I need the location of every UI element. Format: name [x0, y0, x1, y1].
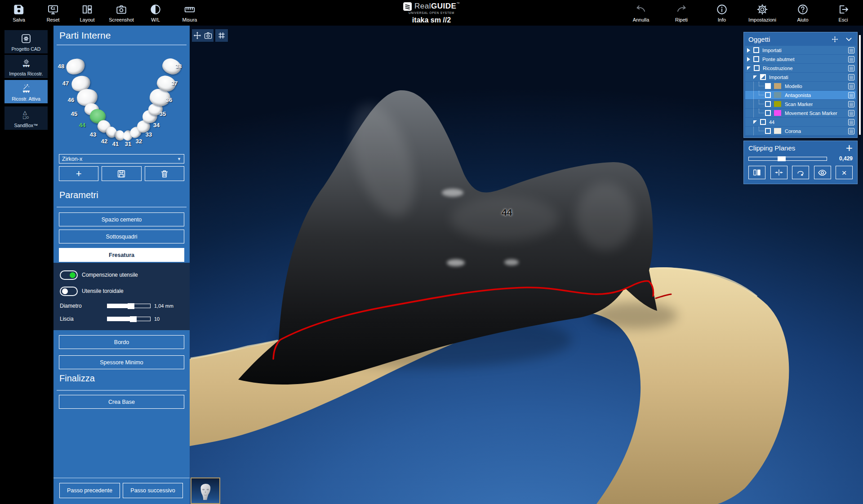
row-menu-icon[interactable] — [848, 101, 854, 107]
row-menu-icon[interactable] — [848, 83, 854, 89]
param-spazio-cemento-button[interactable]: Spazio cemento — [59, 212, 184, 226]
row-menu-icon[interactable] — [848, 47, 854, 53]
tree-row-importati[interactable]: Importati — [745, 73, 856, 81]
visibility-checkbox-filled[interactable] — [765, 83, 771, 89]
toggle-visibility-button[interactable] — [814, 166, 831, 179]
add-clipping-plane-button[interactable]: + — [846, 143, 853, 152]
delete-material-button[interactable] — [145, 166, 184, 181]
add-button[interactable]: + — [59, 166, 98, 181]
toolbar-wl-button[interactable]: W/L — [140, 0, 171, 26]
row-menu-icon[interactable] — [848, 74, 854, 80]
parti-interne-panel: Parti Interne 48474645444342413132333435… — [53, 26, 190, 504]
toggle-off[interactable] — [60, 287, 78, 296]
visibility-checkbox-empty[interactable] — [765, 128, 771, 134]
collapse-center-button[interactable] — [770, 166, 787, 179]
objects-scrollbar[interactable] — [859, 35, 861, 135]
row-menu-icon[interactable] — [848, 128, 854, 134]
visibility-checkbox-empty[interactable] — [753, 56, 759, 62]
color-swatch[interactable] — [774, 101, 781, 107]
tree-row-antagonista[interactable]: Antagonista — [745, 91, 856, 99]
slider-thumb[interactable] — [130, 316, 137, 322]
visibility-checkbox-empty[interactable] — [754, 65, 760, 71]
color-swatch[interactable] — [774, 83, 781, 89]
toolbar-misura-button[interactable]: Misura — [174, 0, 205, 26]
param-sottosquadri-button[interactable]: Sottosquadri — [59, 230, 184, 243]
visibility-checkbox-empty[interactable] — [753, 47, 759, 53]
tree-row-importati[interactable]: Importati — [745, 46, 856, 54]
toolbar-esci-button[interactable]: Esci — [828, 0, 859, 26]
collapse-arrow-icon[interactable] — [747, 66, 751, 70]
visibility-checkbox-empty[interactable] — [765, 101, 771, 107]
toolbar-screenshot-button[interactable]: Screenshot — [106, 0, 137, 26]
row-menu-icon[interactable] — [848, 65, 854, 71]
toolbar-layout-button[interactable]: Layout — [72, 0, 102, 26]
material-select[interactable]: Zirkon-x ▼ — [59, 154, 184, 164]
color-swatch[interactable] — [774, 92, 781, 98]
toolbar-aiuto-button[interactable]: Aiuto — [787, 0, 818, 26]
toolbar-salva-button[interactable]: Salva — [4, 0, 34, 26]
row-menu-icon[interactable] — [848, 56, 854, 62]
visibility-checkbox-empty[interactable] — [760, 119, 766, 125]
toolbar-ripeti-button[interactable]: Ripeti — [666, 0, 697, 26]
color-swatch[interactable] — [774, 110, 781, 116]
expand-arrow-icon[interactable] — [747, 48, 750, 53]
tooth-number: 48 — [58, 63, 64, 70]
row-menu-icon[interactable] — [848, 119, 854, 125]
sidebar-item-sandbox[interactable]: △□○SandBox™ — [4, 106, 48, 130]
sidebar-item-ricostr-attiva[interactable]: ♥♥♥Ricostr. Attiva — [4, 80, 48, 103]
param-fresatura-button[interactable]: Fresatura — [59, 248, 184, 262]
slider-thumb[interactable] — [128, 303, 134, 309]
sidebar-item-imposta-ricostr[interactable]: ♥♥♥Imposta Ricostr. — [4, 55, 48, 78]
row-menu-icon[interactable] — [848, 92, 854, 98]
next-step-button[interactable]: Passo successivo — [123, 483, 183, 498]
collapse-arrow-icon[interactable] — [753, 120, 757, 124]
sidebar-item-progetto-cad[interactable]: Progetto CAD — [4, 30, 48, 53]
info-icon — [716, 3, 728, 16]
tree-row-modello[interactable]: Modello — [745, 82, 856, 90]
clipping-slider-thumb[interactable] — [778, 156, 786, 161]
tree-row-ponte-abutmet[interactable]: Ponte abutmet — [745, 55, 856, 63]
save-material-button[interactable] — [102, 166, 141, 181]
finalizza-heading: Finalizza — [53, 373, 95, 384]
move-panel-icon[interactable] — [831, 35, 839, 43]
toggle-label: Compenszione utensile — [82, 272, 138, 278]
expand-arrow-icon[interactable] — [747, 57, 750, 62]
tooth-48[interactable] — [64, 56, 87, 77]
previous-step-button[interactable]: Passo precedente — [59, 483, 120, 498]
slider-row: Liscia10 — [60, 314, 183, 324]
tree-row-corona[interactable]: Corona — [745, 127, 856, 135]
collapse-arrow-icon[interactable] — [753, 75, 757, 79]
toolbar-annulla-button[interactable]: Annulla — [626, 0, 656, 26]
divider — [57, 390, 187, 391]
plus-icon: + — [76, 169, 82, 179]
tree-row-ricostruzione[interactable]: Ricostruzione — [745, 64, 856, 72]
row-menu-icon[interactable] — [848, 110, 854, 116]
clipping-slider[interactable] — [748, 157, 827, 161]
tree-row-movement-scan-marker[interactable]: Movement Scan Marker — [745, 109, 856, 117]
diametro-slider[interactable] — [107, 304, 151, 308]
final-crea-base-button[interactable]: Crea Base — [59, 395, 184, 409]
grid-toggle[interactable] — [215, 29, 228, 42]
camera-icon[interactable] — [204, 31, 213, 40]
param-bordo-button[interactable]: Bordo — [59, 335, 184, 349]
liscia-slider[interactable] — [107, 317, 151, 321]
split-view-button[interactable] — [748, 166, 765, 179]
visibility-checkbox-empty[interactable] — [765, 92, 771, 98]
orientation-face-widget[interactable] — [191, 477, 220, 504]
tree-row-44[interactable]: 44 — [745, 118, 856, 126]
close-clipping-button[interactable]: × — [836, 166, 853, 179]
help-icon — [797, 3, 809, 16]
param-spessore-minimo-button[interactable]: Spessore Minimo — [59, 355, 184, 369]
tree-row-scan-marker[interactable]: Scan Marker — [745, 100, 856, 108]
rotate-plane-button[interactable] — [792, 166, 809, 179]
toggle-on[interactable] — [60, 270, 78, 280]
collapse-panel-icon[interactable] — [845, 35, 853, 43]
toolbar-info-button[interactable]: Info — [707, 0, 737, 26]
toolbar-impostazioni-button[interactable]: Impostazioni — [747, 0, 778, 26]
pan-icon[interactable] — [193, 31, 202, 40]
visibility-checkbox-half[interactable] — [760, 74, 766, 80]
color-swatch[interactable] — [774, 128, 781, 134]
tree-connector — [759, 100, 764, 104]
toolbar-reset-button[interactable]: Reset — [38, 0, 68, 26]
visibility-checkbox-empty[interactable] — [765, 110, 771, 116]
